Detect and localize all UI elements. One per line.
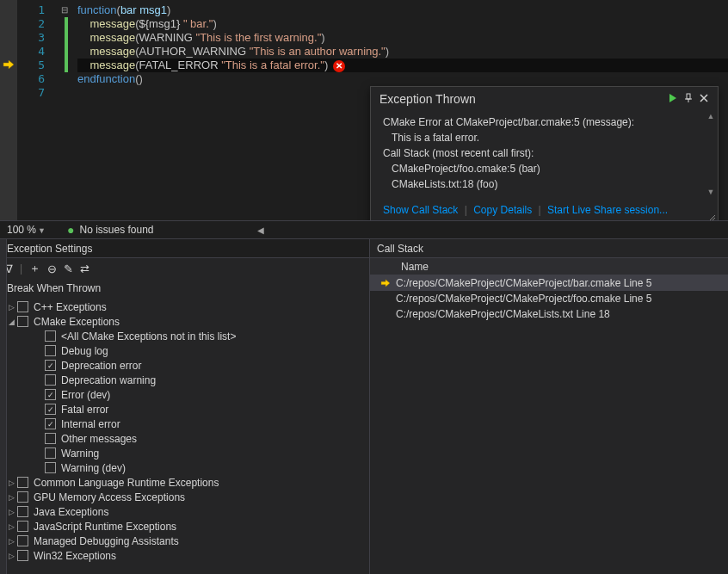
checkbox[interactable]: ✓: [45, 389, 56, 400]
exception-item[interactable]: ✓Error (dev): [0, 387, 369, 402]
exception-item[interactable]: Deprecation warning: [0, 373, 369, 387]
call-stack-panel: Call Stack Name C:/repos/CMakeProject/CM…: [370, 239, 728, 574]
exception-item[interactable]: ▷JavaScript Runtime Exceptions: [0, 519, 369, 534]
popup-message: CMake Error at CMakeProject/bar.cmake:5 …: [383, 114, 706, 192]
continue-icon[interactable]: [668, 93, 678, 106]
checkbox[interactable]: [45, 462, 56, 473]
stack-frame-text: C:/repos/CMakeProject/CMakeProject/foo.c…: [396, 293, 651, 305]
popup-links: Show Call Stack | Copy Details | Start L…: [371, 197, 718, 220]
breakpoint-gutter[interactable]: [0, 0, 17, 220]
checkbox[interactable]: ✓: [45, 418, 56, 429]
code-editor[interactable]: 1234567 ⊟ function(bar msg1) message(${m…: [0, 0, 728, 220]
start-live-share-link[interactable]: Start Live Share session...: [547, 204, 668, 216]
exception-label: Common Language Runtime Exceptions: [34, 477, 219, 489]
call-stack-list[interactable]: C:/repos/CMakeProject/CMakeProject/bar.c…: [370, 275, 728, 574]
exception-label: Managed Debugging Assistants: [34, 535, 179, 547]
checkbox[interactable]: ✓: [45, 360, 56, 371]
stack-frame[interactable]: C:/repos/CMakeProject/CMakeLists.txt Lin…: [370, 306, 728, 322]
popup-scrollbar[interactable]: ▲ ▼: [706, 111, 716, 197]
check-icon: ●: [67, 223, 74, 237]
exception-label: CMake Exceptions: [34, 316, 120, 328]
exception-item[interactable]: ▷Common Language Runtime Exceptions: [0, 475, 369, 490]
checkbox[interactable]: [17, 477, 28, 488]
checkbox[interactable]: [45, 447, 56, 459]
checkbox[interactable]: [45, 374, 56, 386]
remove-icon[interactable]: ⊖: [47, 262, 57, 275]
exception-item[interactable]: Warning (dev): [0, 460, 369, 475]
stack-frame-text: C:/repos/CMakeProject/CMakeProject/bar.c…: [396, 277, 651, 289]
exception-item[interactable]: <All CMake Exceptions not in this list>: [0, 329, 369, 343]
checkbox[interactable]: [17, 316, 28, 327]
close-icon[interactable]: [699, 93, 709, 106]
exception-item[interactable]: ◢CMake Exceptions: [0, 314, 369, 329]
checkbox[interactable]: [17, 521, 28, 532]
checkbox[interactable]: [45, 433, 56, 444]
add-icon[interactable]: ＋: [29, 261, 40, 276]
exception-item[interactable]: ▷GPU Memory Access Exceptions: [0, 490, 369, 504]
exception-label: Warning: [61, 447, 99, 460]
exception-item[interactable]: ▷Win32 Exceptions: [0, 548, 369, 563]
checkbox[interactable]: [17, 550, 28, 561]
editor-status-bar: 100 %▼ ● No issues found ◀: [0, 220, 728, 239]
exception-label: JavaScript Runtime Exceptions: [34, 521, 176, 533]
exception-label: Deprecation warning: [61, 374, 156, 386]
exception-label: Debug log: [61, 345, 108, 357]
show-call-stack-link[interactable]: Show Call Stack: [383, 204, 458, 216]
checkbox[interactable]: [17, 535, 28, 546]
exception-popup: Exception Thrown CMake Error at CMakePro…: [370, 86, 719, 220]
exception-item[interactable]: ▷Managed Debugging Assistants: [0, 534, 369, 548]
exception-settings-panel: Exception Settings ∇ | ＋ ⊖ ✎ ⇄ Break Whe…: [0, 239, 370, 574]
checkbox[interactable]: [45, 330, 56, 342]
exception-label: Internal error: [61, 418, 120, 430]
resize-grip-icon[interactable]: [706, 213, 716, 220]
exception-label: Deprecation error: [61, 360, 141, 372]
exception-item[interactable]: ▷C++ Exceptions: [0, 299, 369, 314]
exception-item[interactable]: ▷Java Exceptions: [0, 504, 369, 519]
pin-icon[interactable]: [683, 93, 694, 106]
exception-tree[interactable]: ▷C++ Exceptions◢CMake Exceptions<All CMa…: [0, 298, 369, 574]
call-stack-title: Call Stack: [370, 239, 728, 258]
call-stack-column-header[interactable]: Name: [370, 258, 728, 275]
zoom-level[interactable]: 100 %▼: [7, 224, 67, 236]
break-when-thrown-header: Break When Thrown: [0, 279, 369, 298]
svg-rect-0: [687, 94, 690, 99]
exception-label: C++ Exceptions: [34, 301, 107, 313]
checkbox[interactable]: ✓: [45, 404, 56, 415]
exception-item[interactable]: ✓Internal error: [0, 417, 369, 431]
checkbox[interactable]: [45, 345, 56, 356]
checkbox[interactable]: [17, 506, 28, 517]
error-icon: ✕: [333, 60, 345, 72]
exception-label: Java Exceptions: [34, 506, 108, 518]
exception-item[interactable]: ✓Fatal error: [0, 402, 369, 417]
exception-label: Error (dev): [61, 389, 110, 401]
issues-status: No issues found: [79, 224, 153, 236]
exception-label: Other messages: [61, 433, 137, 445]
exception-label: <All CMake Exceptions not in this list>: [61, 330, 236, 343]
copy-details-link[interactable]: Copy Details: [473, 204, 532, 216]
checkbox[interactable]: [17, 301, 28, 312]
exception-settings-toolbar: ∇ | ＋ ⊖ ✎ ⇄: [0, 258, 369, 279]
exception-item[interactable]: Debug log: [0, 343, 369, 358]
edit-icon[interactable]: ✎: [64, 262, 73, 275]
exception-label: GPU Memory Access Exceptions: [34, 491, 185, 503]
line-number-gutter: 1234567: [17, 0, 52, 220]
stack-frame-text: C:/repos/CMakeProject/CMakeLists.txt Lin…: [396, 308, 610, 320]
exception-label: Fatal error: [61, 404, 108, 416]
current-line-arrow-icon: [3, 59, 15, 71]
exception-label: Win32 Exceptions: [34, 550, 116, 562]
checkbox[interactable]: [17, 491, 28, 503]
restore-icon[interactable]: ⇄: [80, 262, 89, 275]
stack-frame[interactable]: C:/repos/CMakeProject/CMakeProject/bar.c…: [370, 275, 728, 291]
exception-label: Warning (dev): [61, 462, 126, 474]
stack-frame[interactable]: C:/repos/CMakeProject/CMakeProject/foo.c…: [370, 291, 728, 306]
nav-left-icon[interactable]: ◀: [257, 225, 264, 235]
vertical-splitter[interactable]: [0, 239, 7, 574]
exception-settings-title: Exception Settings: [0, 239, 369, 258]
popup-title: Exception Thrown: [379, 92, 663, 106]
current-frame-icon: [375, 279, 396, 287]
exception-item[interactable]: Warning: [0, 446, 369, 460]
exception-item[interactable]: Other messages: [0, 431, 369, 446]
exception-item[interactable]: ✓Deprecation error: [0, 358, 369, 373]
